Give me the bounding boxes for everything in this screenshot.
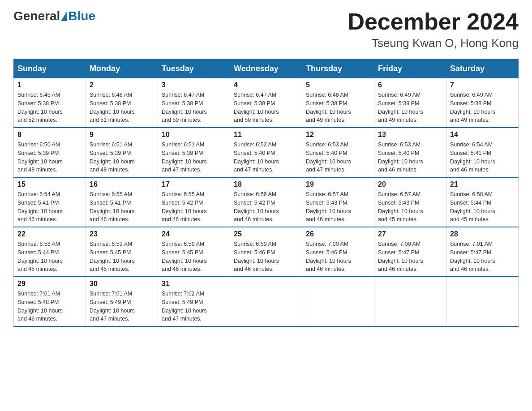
calendar-day-cell: 26 Sunrise: 7:00 AM Sunset: 5:46 PM Dayl… — [302, 227, 374, 277]
day-number: 11 — [234, 131, 298, 139]
day-info: Sunrise: 7:01 AM Sunset: 5:49 PM Dayligh… — [90, 290, 154, 323]
location-title: Tseung Kwan O, Hong Kong — [348, 36, 519, 50]
day-info: Sunrise: 6:47 AM Sunset: 5:38 PM Dayligh… — [162, 91, 226, 124]
calendar-day-cell: 3 Sunrise: 6:47 AM Sunset: 5:38 PM Dayli… — [158, 78, 230, 128]
day-number: 31 — [162, 280, 226, 288]
calendar-day-cell: 14 Sunrise: 6:54 AM Sunset: 5:41 PM Dayl… — [446, 128, 519, 177]
calendar-day-cell: 27 Sunrise: 7:00 AM Sunset: 5:47 PM Dayl… — [374, 227, 446, 277]
day-number: 23 — [90, 230, 154, 238]
title-block: December 2024 Tseung Kwan O, Hong Kong — [348, 9, 519, 50]
calendar-day-cell: 31 Sunrise: 7:02 AM Sunset: 5:49 PM Dayl… — [158, 277, 230, 326]
day-number: 7 — [450, 81, 515, 89]
day-info: Sunrise: 6:59 AM Sunset: 5:45 PM Dayligh… — [90, 240, 154, 274]
calendar-day-cell: 7 Sunrise: 6:49 AM Sunset: 5:38 PM Dayli… — [446, 78, 519, 128]
calendar-day-cell: 19 Sunrise: 6:57 AM Sunset: 5:43 PM Dayl… — [302, 177, 374, 227]
day-info: Sunrise: 6:51 AM Sunset: 5:39 PM Dayligh… — [162, 141, 226, 174]
day-info: Sunrise: 6:46 AM Sunset: 5:38 PM Dayligh… — [90, 91, 154, 124]
day-info: Sunrise: 6:53 AM Sunset: 5:40 PM Dayligh… — [378, 141, 442, 174]
calendar-day-cell: 13 Sunrise: 6:53 AM Sunset: 5:40 PM Dayl… — [374, 128, 446, 177]
day-number: 27 — [378, 230, 442, 238]
day-info: Sunrise: 7:01 AM Sunset: 5:48 PM Dayligh… — [17, 290, 82, 323]
calendar-week-row: 15 Sunrise: 6:54 AM Sunset: 5:41 PM Dayl… — [14, 177, 519, 227]
logo-blue-text: Blue — [68, 9, 95, 23]
calendar-day-cell: 18 Sunrise: 6:56 AM Sunset: 5:42 PM Dayl… — [230, 177, 302, 227]
day-info: Sunrise: 6:48 AM Sunset: 5:38 PM Dayligh… — [306, 91, 370, 124]
weekday-header-thursday: Thursday — [302, 60, 374, 78]
calendar-week-row: 8 Sunrise: 6:50 AM Sunset: 5:39 PM Dayli… — [14, 128, 519, 177]
day-number: 13 — [378, 131, 442, 139]
day-number: 1 — [17, 81, 82, 89]
day-number: 14 — [450, 131, 515, 139]
calendar-day-cell: 16 Sunrise: 6:55 AM Sunset: 5:41 PM Dayl… — [86, 177, 158, 227]
day-info: Sunrise: 6:49 AM Sunset: 5:38 PM Dayligh… — [450, 91, 515, 124]
calendar-day-cell: 2 Sunrise: 6:46 AM Sunset: 5:38 PM Dayli… — [86, 78, 158, 128]
calendar-day-cell: 9 Sunrise: 6:51 AM Sunset: 5:39 PM Dayli… — [86, 128, 158, 177]
day-number: 3 — [162, 81, 226, 89]
weekday-header-sunday: Sunday — [14, 60, 86, 78]
day-info: Sunrise: 6:51 AM Sunset: 5:39 PM Dayligh… — [90, 141, 154, 174]
day-number: 30 — [90, 280, 154, 288]
calendar-week-row: 29 Sunrise: 7:01 AM Sunset: 5:48 PM Dayl… — [14, 277, 519, 326]
day-number: 28 — [450, 230, 515, 238]
calendar-day-cell: 5 Sunrise: 6:48 AM Sunset: 5:38 PM Dayli… — [302, 78, 374, 128]
day-number: 9 — [90, 131, 154, 139]
day-info: Sunrise: 6:59 AM Sunset: 5:45 PM Dayligh… — [162, 240, 226, 274]
day-info: Sunrise: 6:53 AM Sunset: 5:40 PM Dayligh… — [306, 141, 370, 174]
day-info: Sunrise: 6:49 AM Sunset: 5:38 PM Dayligh… — [378, 91, 442, 124]
day-number: 17 — [162, 180, 226, 188]
calendar-day-cell: 15 Sunrise: 6:54 AM Sunset: 5:41 PM Dayl… — [14, 177, 86, 227]
calendar-day-cell: 6 Sunrise: 6:49 AM Sunset: 5:38 PM Dayli… — [374, 78, 446, 128]
calendar-table: SundayMondayTuesdayWednesdayThursdayFrid… — [13, 59, 519, 327]
weekday-header-monday: Monday — [86, 60, 158, 78]
day-number: 19 — [306, 180, 370, 188]
day-info: Sunrise: 6:55 AM Sunset: 5:42 PM Dayligh… — [162, 190, 226, 224]
day-info: Sunrise: 6:59 AM Sunset: 5:46 PM Dayligh… — [234, 240, 298, 274]
day-info: Sunrise: 6:56 AM Sunset: 5:42 PM Dayligh… — [234, 190, 298, 224]
day-number: 16 — [90, 180, 154, 188]
logo: General Blue — [13, 9, 95, 23]
calendar-day-cell: 17 Sunrise: 6:55 AM Sunset: 5:42 PM Dayl… — [158, 177, 230, 227]
calendar-day-cell: 20 Sunrise: 6:57 AM Sunset: 5:43 PM Dayl… — [374, 177, 446, 227]
day-info: Sunrise: 6:50 AM Sunset: 5:39 PM Dayligh… — [17, 141, 82, 174]
logo-triangle-icon — [61, 11, 67, 21]
calendar-day-cell: 21 Sunrise: 6:58 AM Sunset: 5:44 PM Dayl… — [446, 177, 519, 227]
calendar-day-cell: 12 Sunrise: 6:53 AM Sunset: 5:40 PM Dayl… — [302, 128, 374, 177]
day-info: Sunrise: 6:57 AM Sunset: 5:43 PM Dayligh… — [378, 190, 442, 224]
calendar-day-cell — [374, 277, 446, 326]
day-info: Sunrise: 6:58 AM Sunset: 5:44 PM Dayligh… — [450, 190, 515, 224]
day-info: Sunrise: 6:55 AM Sunset: 5:41 PM Dayligh… — [90, 190, 154, 224]
day-number: 18 — [234, 180, 298, 188]
day-number: 6 — [378, 81, 442, 89]
calendar-day-cell — [302, 277, 374, 326]
calendar-day-cell — [446, 277, 519, 326]
calendar-day-cell: 22 Sunrise: 6:58 AM Sunset: 5:44 PM Dayl… — [14, 227, 86, 277]
day-number: 22 — [17, 230, 82, 238]
day-number: 10 — [162, 131, 226, 139]
day-info: Sunrise: 6:57 AM Sunset: 5:43 PM Dayligh… — [306, 190, 370, 224]
day-number: 26 — [306, 230, 370, 238]
day-info: Sunrise: 7:00 AM Sunset: 5:47 PM Dayligh… — [378, 240, 442, 274]
day-info: Sunrise: 6:45 AM Sunset: 5:38 PM Dayligh… — [17, 91, 82, 124]
calendar-day-cell: 1 Sunrise: 6:45 AM Sunset: 5:38 PM Dayli… — [14, 78, 86, 128]
calendar-day-cell: 29 Sunrise: 7:01 AM Sunset: 5:48 PM Dayl… — [14, 277, 86, 326]
day-number: 8 — [17, 131, 82, 139]
day-info: Sunrise: 7:00 AM Sunset: 5:46 PM Dayligh… — [306, 240, 370, 274]
day-info: Sunrise: 7:01 AM Sunset: 5:47 PM Dayligh… — [450, 240, 515, 274]
calendar-week-row: 1 Sunrise: 6:45 AM Sunset: 5:38 PM Dayli… — [14, 78, 519, 128]
day-number: 2 — [90, 81, 154, 89]
calendar-day-cell: 11 Sunrise: 6:52 AM Sunset: 5:40 PM Dayl… — [230, 128, 302, 177]
logo-general-text: General — [13, 9, 60, 23]
calendar-day-cell: 30 Sunrise: 7:01 AM Sunset: 5:49 PM Dayl… — [86, 277, 158, 326]
day-info: Sunrise: 6:58 AM Sunset: 5:44 PM Dayligh… — [17, 240, 82, 274]
day-info: Sunrise: 6:54 AM Sunset: 5:41 PM Dayligh… — [17, 190, 82, 224]
calendar-day-cell: 8 Sunrise: 6:50 AM Sunset: 5:39 PM Dayli… — [14, 128, 86, 177]
weekday-header-row: SundayMondayTuesdayWednesdayThursdayFrid… — [14, 60, 519, 78]
calendar-day-cell: 25 Sunrise: 6:59 AM Sunset: 5:46 PM Dayl… — [230, 227, 302, 277]
weekday-header-wednesday: Wednesday — [230, 60, 302, 78]
calendar-day-cell — [230, 277, 302, 326]
day-number: 20 — [378, 180, 442, 188]
day-info: Sunrise: 6:52 AM Sunset: 5:40 PM Dayligh… — [234, 141, 298, 174]
day-number: 12 — [306, 131, 370, 139]
day-number: 29 — [17, 280, 82, 288]
weekday-header-friday: Friday — [374, 60, 446, 78]
